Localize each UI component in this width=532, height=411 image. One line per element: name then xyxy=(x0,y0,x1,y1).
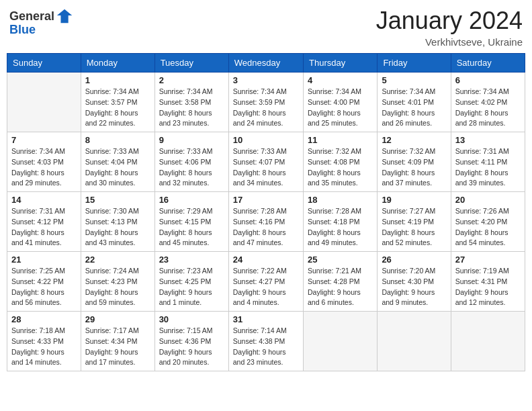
day-number: 20 xyxy=(455,195,521,205)
calendar-cell: 1Sunrise: 7:34 AMSunset: 3:57 PMDaylight… xyxy=(81,73,154,132)
location-subtitle: Verkhivtseve, Ukraine xyxy=(376,36,523,48)
calendar-cell: 28Sunrise: 7:18 AMSunset: 4:33 PMDayligh… xyxy=(7,312,81,371)
calendar-cell: 25Sunrise: 7:21 AMSunset: 4:28 PMDayligh… xyxy=(303,252,377,312)
day-number: 16 xyxy=(159,195,224,205)
day-info: Sunrise: 7:34 AMSunset: 4:03 PMDaylight:… xyxy=(11,146,77,189)
week-row-3: 21Sunrise: 7:25 AMSunset: 4:22 PMDayligh… xyxy=(7,252,525,312)
day-info: Sunrise: 7:19 AMSunset: 4:31 PMDaylight:… xyxy=(455,266,521,308)
day-number: 7 xyxy=(11,135,77,145)
weekday-header-saturday: Saturday xyxy=(451,54,525,73)
calendar-cell: 4Sunrise: 7:34 AMSunset: 4:00 PMDaylight… xyxy=(303,73,377,132)
weekday-header-monday: Monday xyxy=(81,54,154,73)
day-info: Sunrise: 7:33 AMSunset: 4:06 PMDaylight:… xyxy=(159,146,224,189)
day-number: 26 xyxy=(382,255,446,265)
calendar-cell: 8Sunrise: 7:33 AMSunset: 4:04 PMDaylight… xyxy=(81,132,154,192)
day-number: 4 xyxy=(308,75,373,85)
day-info: Sunrise: 7:20 AMSunset: 4:30 PMDaylight:… xyxy=(382,266,446,308)
day-info: Sunrise: 7:18 AMSunset: 4:33 PMDaylight:… xyxy=(11,326,77,368)
day-number: 5 xyxy=(382,75,446,85)
day-info: Sunrise: 7:34 AMSunset: 4:02 PMDaylight:… xyxy=(455,87,521,129)
day-number: 13 xyxy=(455,135,521,145)
week-row-2: 14Sunrise: 7:31 AMSunset: 4:12 PMDayligh… xyxy=(7,192,525,252)
calendar-cell: 26Sunrise: 7:20 AMSunset: 4:30 PMDayligh… xyxy=(378,252,451,312)
day-number: 18 xyxy=(308,195,373,205)
calendar-cell: 9Sunrise: 7:33 AMSunset: 4:06 PMDaylight… xyxy=(154,132,228,192)
day-info: Sunrise: 7:22 AMSunset: 4:27 PMDaylight:… xyxy=(233,266,299,308)
calendar-cell: 14Sunrise: 7:31 AMSunset: 4:12 PMDayligh… xyxy=(7,192,81,252)
day-number: 14 xyxy=(11,195,77,205)
day-info: Sunrise: 7:31 AMSunset: 4:11 PMDaylight:… xyxy=(455,146,521,189)
weekday-header-thursday: Thursday xyxy=(303,54,377,73)
title-area: January 2024 Verkhivtseve, Ukraine xyxy=(376,7,523,48)
weekday-header-tuesday: Tuesday xyxy=(154,54,228,73)
calendar-cell: 10Sunrise: 7:33 AMSunset: 4:07 PMDayligh… xyxy=(228,132,303,192)
day-info: Sunrise: 7:33 AMSunset: 4:04 PMDaylight:… xyxy=(85,146,150,189)
day-number: 12 xyxy=(382,135,446,145)
day-number: 24 xyxy=(233,255,299,265)
calendar-cell xyxy=(378,312,451,371)
calendar-cell: 29Sunrise: 7:17 AMSunset: 4:34 PMDayligh… xyxy=(81,312,154,371)
day-number: 23 xyxy=(159,255,224,265)
day-number: 15 xyxy=(85,195,150,205)
day-info: Sunrise: 7:32 AMSunset: 4:09 PMDaylight:… xyxy=(382,146,446,189)
calendar-cell xyxy=(303,312,377,371)
calendar-cell xyxy=(7,73,81,132)
calendar-cell: 13Sunrise: 7:31 AMSunset: 4:11 PMDayligh… xyxy=(451,132,525,192)
calendar-cell: 24Sunrise: 7:22 AMSunset: 4:27 PMDayligh… xyxy=(228,252,303,312)
page-header: General Blue January 2024 Verkhivtseve, … xyxy=(7,7,525,48)
week-row-1: 7Sunrise: 7:34 AMSunset: 4:03 PMDaylight… xyxy=(7,132,525,192)
calendar-cell: 27Sunrise: 7:19 AMSunset: 4:31 PMDayligh… xyxy=(451,252,525,312)
day-number: 19 xyxy=(382,195,446,205)
calendar-cell: 21Sunrise: 7:25 AMSunset: 4:22 PMDayligh… xyxy=(7,252,81,312)
weekday-header-row: SundayMondayTuesdayWednesdayThursdayFrid… xyxy=(7,54,525,73)
day-number: 27 xyxy=(455,255,521,265)
calendar-cell: 31Sunrise: 7:14 AMSunset: 4:38 PMDayligh… xyxy=(228,312,303,371)
day-number: 11 xyxy=(308,135,373,145)
day-info: Sunrise: 7:34 AMSunset: 3:57 PMDaylight:… xyxy=(85,87,150,129)
day-number: 30 xyxy=(159,314,224,324)
day-info: Sunrise: 7:34 AMSunset: 3:58 PMDaylight:… xyxy=(159,87,224,129)
calendar-cell: 18Sunrise: 7:28 AMSunset: 4:18 PMDayligh… xyxy=(303,192,377,252)
weekday-header-sunday: Sunday xyxy=(7,54,81,73)
day-info: Sunrise: 7:30 AMSunset: 4:13 PMDaylight:… xyxy=(85,206,150,248)
calendar-cell: 22Sunrise: 7:24 AMSunset: 4:23 PMDayligh… xyxy=(81,252,154,312)
calendar-cell: 23Sunrise: 7:23 AMSunset: 4:25 PMDayligh… xyxy=(154,252,228,312)
day-number: 17 xyxy=(233,195,299,205)
day-number: 25 xyxy=(308,255,373,265)
day-number: 2 xyxy=(159,75,224,85)
day-info: Sunrise: 7:33 AMSunset: 4:07 PMDaylight:… xyxy=(233,146,299,189)
calendar-cell: 12Sunrise: 7:32 AMSunset: 4:09 PMDayligh… xyxy=(378,132,451,192)
day-info: Sunrise: 7:28 AMSunset: 4:18 PMDaylight:… xyxy=(308,206,373,248)
calendar-cell: 20Sunrise: 7:26 AMSunset: 4:20 PMDayligh… xyxy=(451,192,525,252)
calendar-cell: 16Sunrise: 7:29 AMSunset: 4:15 PMDayligh… xyxy=(154,192,228,252)
calendar-cell: 5Sunrise: 7:34 AMSunset: 4:01 PMDaylight… xyxy=(378,73,451,132)
logo: General Blue xyxy=(9,7,75,37)
day-number: 21 xyxy=(11,255,77,265)
day-info: Sunrise: 7:26 AMSunset: 4:20 PMDaylight:… xyxy=(455,206,521,248)
day-number: 9 xyxy=(159,135,224,145)
day-info: Sunrise: 7:28 AMSunset: 4:16 PMDaylight:… xyxy=(233,206,299,248)
day-info: Sunrise: 7:23 AMSunset: 4:25 PMDaylight:… xyxy=(159,266,224,308)
logo-blue: Blue xyxy=(9,23,36,37)
calendar-cell: 3Sunrise: 7:34 AMSunset: 3:59 PMDaylight… xyxy=(228,73,303,132)
week-row-0: 1Sunrise: 7:34 AMSunset: 3:57 PMDaylight… xyxy=(7,73,525,132)
day-number: 22 xyxy=(85,255,150,265)
day-number: 1 xyxy=(85,75,150,85)
calendar-cell: 2Sunrise: 7:34 AMSunset: 3:58 PMDaylight… xyxy=(154,73,228,132)
month-title: January 2024 xyxy=(376,7,523,35)
day-number: 3 xyxy=(233,75,299,85)
weekday-header-wednesday: Wednesday xyxy=(228,54,303,73)
week-row-4: 28Sunrise: 7:18 AMSunset: 4:33 PMDayligh… xyxy=(7,312,525,371)
day-info: Sunrise: 7:27 AMSunset: 4:19 PMDaylight:… xyxy=(382,206,446,248)
weekday-header-friday: Friday xyxy=(378,54,451,73)
calendar-cell xyxy=(451,312,525,371)
calendar-cell: 15Sunrise: 7:30 AMSunset: 4:13 PMDayligh… xyxy=(81,192,154,252)
day-number: 6 xyxy=(455,75,521,85)
day-number: 28 xyxy=(11,314,77,324)
calendar-cell: 6Sunrise: 7:34 AMSunset: 4:02 PMDaylight… xyxy=(451,73,525,132)
day-info: Sunrise: 7:31 AMSunset: 4:12 PMDaylight:… xyxy=(11,206,77,248)
day-info: Sunrise: 7:34 AMSunset: 4:00 PMDaylight:… xyxy=(308,87,373,129)
day-info: Sunrise: 7:25 AMSunset: 4:22 PMDaylight:… xyxy=(11,266,77,308)
logo-general: General xyxy=(9,9,54,24)
day-info: Sunrise: 7:24 AMSunset: 4:23 PMDaylight:… xyxy=(85,266,150,308)
